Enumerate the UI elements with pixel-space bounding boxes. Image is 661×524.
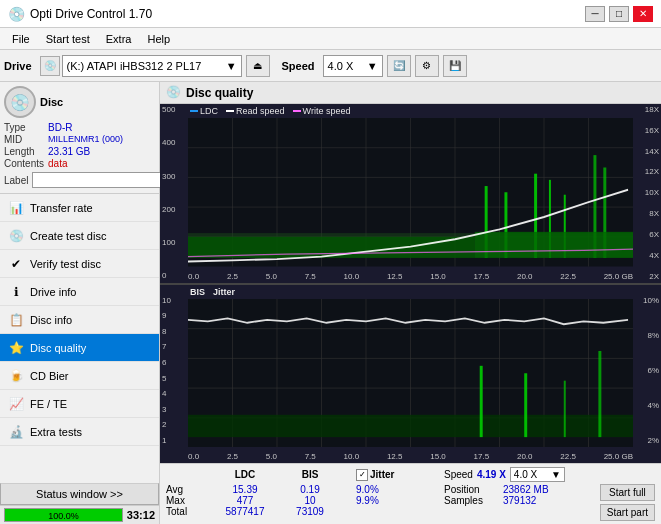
chart-top: LDC Read speed Write speed 500 400 30 [160,104,661,284]
contents-label: Contents [4,158,44,169]
x-20: 20.0 [517,273,533,281]
bis-label: BIS [190,287,205,297]
status-bar: 100.0% 33:12 [0,505,159,524]
fe-te-icon: 📈 [8,396,24,412]
disc-section-title: Disc [40,96,63,108]
chart-top-svg [188,118,633,267]
disc-info-label: Disc info [30,314,72,326]
menu-start-test[interactable]: Start test [38,31,98,47]
status-window-button[interactable]: Status window >> [0,483,159,505]
sidebar-item-extra-tests[interactable]: 🔬 Extra tests [0,418,159,446]
x-25: 25.0 GB [604,273,633,281]
jitter-checkbox[interactable]: ✓ [356,469,368,481]
avg-ldc: 15.39 [210,484,280,495]
bis-jitter-header: BIS Jitter [190,287,235,297]
total-label: Total [166,506,210,517]
y-axis-right-bottom: 10% 8% 6% 4% 2% [633,285,661,448]
y-b-5: 5 [162,375,186,383]
menu-help[interactable]: Help [139,31,178,47]
menu-bar: File Start test Extra Help [0,28,661,50]
xb-12-5: 12.5 [387,453,403,461]
y-right-10x: 10X [635,189,659,197]
xb-2-5: 2.5 [227,453,238,461]
speed-info-group: Speed 4.19 X [444,469,506,480]
close-button[interactable]: ✕ [633,6,653,22]
y-b-6: 6 [162,359,186,367]
chart-top-legend: LDC Read speed Write speed [190,106,350,116]
disc-visual-icon: 💿 [4,86,36,118]
sidebar-item-verify-test-disc[interactable]: ✔ Verify test disc [0,250,159,278]
x-10: 10.0 [344,273,360,281]
drive-dropdown[interactable]: (K:) ATAPI iHBS312 2 PL17 ▼ [62,55,242,77]
save-button[interactable]: 💾 [443,55,467,77]
y-axis-right-top: 18X 16X 14X 12X 10X 8X 6X 4X 2X [633,104,661,283]
mid-value: MILLENMR1 (000) [48,134,155,145]
y-br-6pct: 6% [635,367,659,375]
samples-value: 379132 [503,495,536,506]
disc-info-grid: Type BD-R MID MILLENMR1 (000) Length 23.… [4,122,155,169]
app-title: Opti Drive Control 1.70 [30,7,585,21]
position-info: Position 23862 MB Samples 379132 [444,484,549,506]
y-label-500: 500 [162,106,186,114]
y-br-8pct: 8% [635,332,659,340]
sidebar-item-disc-quality[interactable]: ⭐ Disc quality [0,334,159,362]
svg-rect-23 [475,232,633,258]
sidebar-item-cd-bier[interactable]: 🍺 CD Bier [0,362,159,390]
disc-header: 💿 Disc [4,86,155,118]
stats-header-row: LDC BIS ✓ Jitter Speed 4.19 X 4.0 X ▼ [166,467,655,482]
refresh-button[interactable]: 🔄 [387,55,411,77]
legend-write-speed: Write speed [293,106,351,116]
settings-button[interactable]: ⚙ [415,55,439,77]
avg-bis: 0.19 [280,484,340,495]
jitter-checkbox-group[interactable]: ✓ Jitter [356,469,436,481]
verify-test-disc-icon: ✔ [8,256,24,272]
y-label-300: 300 [162,173,186,181]
svg-rect-41 [564,380,566,436]
avg-jitter: 9.0% [356,484,436,495]
start-buttons: Start full Start part [596,484,655,521]
sidebar-item-fe-te[interactable]: 📈 FE / TE [0,390,159,418]
avg-label: Avg [166,484,210,495]
xb-17-5: 17.5 [474,453,490,461]
disc-quality-header: 💿 Disc quality [160,82,661,104]
speed-dropdown[interactable]: 4.0 X ▼ [323,55,383,77]
stats-data-row: Avg 15.39 0.19 9.0% Max 477 10 9.9% [166,484,655,521]
jitter-label: Jitter [213,287,235,297]
sidebar-item-create-test-disc[interactable]: 💿 Create test disc [0,222,159,250]
start-full-button[interactable]: Start full [600,484,655,501]
stats-area: LDC BIS ✓ Jitter Speed 4.19 X 4.0 X ▼ [160,463,661,524]
speed-selector[interactable]: 4.0 X ▼ [510,467,565,482]
y-axis-left-bottom: 10 9 8 7 6 5 4 3 2 1 [160,285,188,448]
position-value: 23862 MB [503,484,549,495]
read-speed-legend-label: Read speed [236,106,285,116]
content-area: 💿 Disc quality LDC Read speed [160,82,661,524]
y-b-7: 7 [162,343,186,351]
y-right-8x: 8X [635,210,659,218]
drive-info-label: Drive info [30,286,76,298]
maximize-button[interactable]: □ [609,6,629,22]
sidebar-item-transfer-rate[interactable]: 📊 Transfer rate [0,194,159,222]
menu-file[interactable]: File [4,31,38,47]
sidebar: 💿 Disc Type BD-R MID MILLENMR1 (000) Len… [0,82,160,524]
svg-rect-42 [598,350,601,436]
status-time: 33:12 [127,509,155,521]
xb-0: 0.0 [188,453,199,461]
sidebar-item-disc-info[interactable]: 📋 Disc info [0,306,159,334]
sidebar-item-drive-info[interactable]: ℹ Drive info [0,278,159,306]
jitter-checkbox-label: Jitter [370,469,394,480]
stats-total-row: Total 5877417 73109 [166,506,436,517]
xb-15: 15.0 [430,453,446,461]
menu-extra[interactable]: Extra [98,31,140,47]
disc-quality-icon: ⭐ [8,340,24,356]
length-label: Length [4,146,44,157]
y-b-1: 1 [162,437,186,445]
type-value: BD-R [48,122,155,133]
minimize-button[interactable]: ─ [585,6,605,22]
start-part-button[interactable]: Start part [600,504,655,521]
eject-button[interactable]: ⏏ [246,55,270,77]
progress-label: 100.0% [48,509,79,522]
y-b-9: 9 [162,312,186,320]
x-7-5: 7.5 [305,273,316,281]
legend-ldc: LDC [190,106,218,116]
label-input[interactable] [32,172,165,188]
